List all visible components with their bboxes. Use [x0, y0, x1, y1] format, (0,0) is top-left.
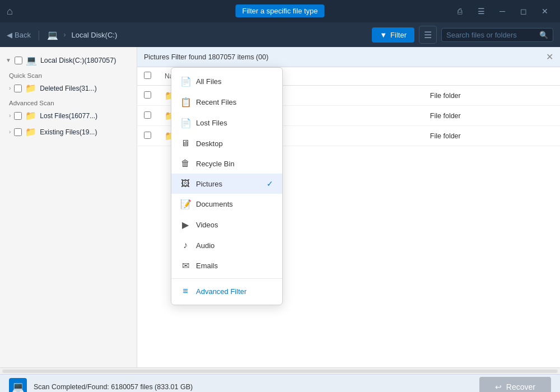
row-type-cell: File folder	[423, 106, 560, 126]
sidebar-lost-files[interactable]: › 📁 Lost Files(16077...)	[0, 108, 137, 124]
recycle-bin-label: Recycle Bin	[196, 160, 235, 168]
recycle-bin-icon: 🗑	[180, 158, 190, 169]
row-checkbox[interactable]	[144, 132, 151, 139]
scrollbar-area	[0, 367, 560, 374]
main-layout: ▼ 💻 Local Disk(C:)(1807057) Quick Scan ›…	[0, 47, 560, 367]
dropdown-item-all-files[interactable]: 📄All Files	[171, 71, 282, 92]
minimize-button[interactable]: ─	[494, 3, 511, 20]
dropdown-item-desktop[interactable]: 🖥Desktop	[171, 133, 282, 153]
dropdown-divider	[171, 278, 282, 279]
dropdown-item-recent-files[interactable]: 📋Recent Files	[171, 92, 282, 113]
col-checkbox	[137, 67, 158, 86]
row-type-cell: File folder	[423, 86, 560, 106]
statusbar: 💻 Scan Completed/Found: 6180057 files (8…	[0, 374, 560, 392]
content-close-button[interactable]: ✕	[546, 52, 553, 62]
videos-icon: ▶	[180, 220, 190, 230]
dropdown-item-advanced-filter[interactable]: ≡Advanced Filter	[171, 281, 282, 301]
share-button[interactable]: ⎙	[451, 3, 468, 20]
documents-icon: 📝	[180, 199, 190, 209]
dropdown-item-recycle-bin[interactable]: 🗑Recycle Bin	[171, 153, 282, 174]
status-icon: 💻	[9, 378, 27, 393]
computer-icon: 💻	[47, 30, 58, 40]
content-header: Pictures Filter found 1807057 items (00)…	[137, 47, 560, 67]
filter-label: Filter	[390, 31, 407, 39]
col-type-header	[423, 67, 560, 86]
col-size-header	[382, 67, 423, 86]
computer-status-icon: 💻	[12, 381, 24, 393]
sidebar-lost-checkbox[interactable]	[14, 112, 22, 120]
dropdown-item-lost-files[interactable]: 📄Lost Files	[171, 113, 282, 133]
restore-button[interactable]: ◻	[515, 3, 532, 20]
sidebar-item-expand: ›	[9, 85, 11, 91]
recent-files-icon: 📋	[180, 97, 190, 108]
scrollbar-track[interactable]	[2, 370, 558, 373]
sidebar-lost-label: Lost Files(16077...)	[40, 112, 97, 120]
advanced-filter-icon: ≡	[180, 286, 190, 296]
filter-button[interactable]: ▼ Filter	[372, 27, 414, 43]
menu-button[interactable]: ☰	[473, 3, 489, 20]
navbar: ◀ Back | 💻 › Local Disk(C:) ▼ Filter ☰ 🔍	[0, 22, 560, 47]
sidebar-deleted-files[interactable]: › 📁 Deleted Files(31...)	[0, 80, 137, 96]
breadcrumb-arrow: ›	[64, 31, 66, 39]
tooltip-banner: Filter a specific file type	[235, 4, 324, 17]
dropdown-item-documents[interactable]: 📝Documents	[171, 194, 282, 214]
nav-path: Local Disk(C:)	[72, 31, 118, 39]
sidebar-drive-checkbox[interactable]	[15, 57, 22, 64]
sidebar-existing-expand: ›	[9, 129, 11, 135]
pictures-icon: 🖼	[180, 179, 190, 189]
lost-files-icon: 📄	[180, 118, 190, 128]
dropdown-item-audio[interactable]: ♪Audio	[171, 235, 282, 255]
close-button[interactable]: ✕	[536, 3, 553, 20]
advanced-scan-label: Advanced Scan	[0, 96, 137, 108]
emails-label: Emails	[196, 262, 218, 270]
back-label: Back	[15, 31, 31, 39]
sidebar-drive-item[interactable]: ▼ 💻 Local Disk(C:)(1807057)	[0, 52, 137, 69]
content-header-text: Pictures Filter found 1807057 items (00)	[144, 53, 268, 61]
window-controls: ⎙ ☰ ─ ◻ ✕	[451, 3, 553, 20]
select-all-checkbox[interactable]	[144, 72, 151, 79]
desktop-icon: 🖥	[180, 138, 190, 148]
recover-icon: ↩	[495, 382, 502, 391]
row-checkbox[interactable]	[144, 111, 151, 119]
view-menu-button[interactable]: ☰	[419, 26, 437, 44]
videos-label: Videos	[196, 221, 218, 229]
recover-label: Recover	[506, 382, 535, 391]
row-checkbox[interactable]	[144, 91, 151, 99]
row-size-cell	[382, 86, 423, 106]
quick-scan-label: Quick Scan	[0, 69, 137, 80]
back-arrow-icon: ◀	[7, 31, 12, 39]
dropdown-item-pictures[interactable]: 🖼Pictures✓	[171, 174, 282, 194]
search-icon[interactable]: 🔍	[539, 31, 548, 39]
search-input[interactable]	[446, 31, 536, 39]
sidebar-existing-files[interactable]: › 📁 Existing Files(19...)	[0, 124, 137, 140]
filter-dropdown: 📄All Files📋Recent Files📄Lost Files🖥Deskt…	[171, 67, 283, 305]
sidebar-deleted-label: Deleted Files(31...)	[40, 85, 96, 92]
sidebar-drive-label: Local Disk(C:)(1807057)	[40, 57, 116, 64]
search-box: 🔍	[441, 28, 553, 42]
sidebar-existing-checkbox[interactable]	[14, 128, 22, 136]
folder-icon-2: 📁	[25, 110, 36, 121]
row-checkbox-cell	[137, 86, 158, 106]
sidebar: ▼ 💻 Local Disk(C:)(1807057) Quick Scan ›…	[0, 47, 137, 367]
home-icon[interactable]: ⌂	[7, 6, 13, 17]
recover-button[interactable]: ↩ Recover	[479, 377, 551, 393]
row-size-cell	[382, 126, 423, 146]
documents-label: Documents	[196, 200, 233, 208]
advanced-filter-label: Advanced Filter	[196, 287, 246, 296]
desktop-label: Desktop	[196, 139, 223, 148]
sidebar-deleted-checkbox[interactable]	[14, 85, 22, 92]
active-check-icon: ✓	[267, 179, 273, 188]
lost-files-label: Lost Files	[196, 119, 227, 127]
all-files-icon: 📄	[180, 76, 190, 87]
row-type-cell: File folder	[423, 126, 560, 146]
back-button[interactable]: ◀ Back	[7, 31, 31, 39]
audio-label: Audio	[196, 241, 214, 250]
content-area: Pictures Filter found 1807057 items (00)…	[137, 47, 560, 367]
all-files-label: All Files	[196, 77, 222, 86]
sidebar-expand-arrow: ▼	[6, 57, 11, 63]
drive-icon: 💻	[26, 55, 37, 66]
nav-separator: |	[38, 29, 40, 41]
titlebar: ⌂ Filter a specific file type ⎙ ☰ ─ ◻ ✕	[0, 0, 560, 22]
dropdown-item-emails[interactable]: ✉Emails	[171, 255, 282, 276]
dropdown-item-videos[interactable]: ▶Videos	[171, 214, 282, 235]
